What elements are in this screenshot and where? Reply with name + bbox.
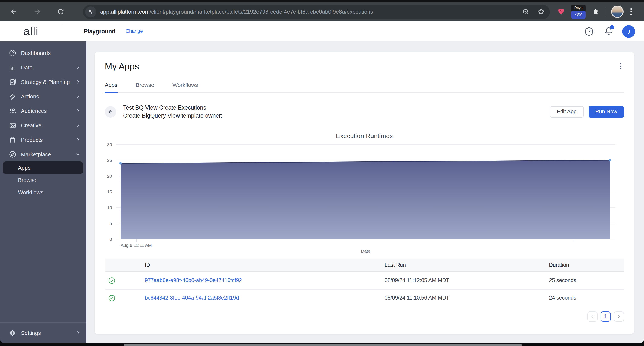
table-row: 977aab6e-e98f-46b0-ab49-0e47416fcf92 08/… bbox=[105, 272, 624, 289]
sidebar-item-products[interactable]: Products bbox=[0, 133, 86, 147]
url-path: /client/playground/marketplace/pallets/2… bbox=[150, 9, 373, 15]
sidebar-item-apps[interactable]: Apps bbox=[2, 162, 84, 174]
sidebar: Dashboards Data Strategy & Planning Acti… bbox=[0, 41, 86, 343]
app-subtitle: Create BigQuery View template owner: bbox=[123, 112, 222, 120]
sidebar-subitem-label: Apps bbox=[18, 164, 30, 171]
url-bar[interactable]: app.alliplatform.com/client/playground/m… bbox=[83, 5, 550, 19]
notification-dot bbox=[610, 25, 614, 30]
sidebar-item-creative[interactable]: Creative bbox=[0, 118, 86, 133]
y-tick-label: 0 bbox=[110, 237, 112, 242]
table-header-row: ID Last Run Duration bbox=[105, 259, 624, 272]
notifications-bell-icon[interactable] bbox=[604, 27, 613, 36]
page-title: My Apps bbox=[105, 61, 139, 72]
header-divider bbox=[62, 25, 62, 38]
executions-table: ID Last Run Duration 977aab6e-e98f-46b0-… bbox=[105, 259, 624, 306]
help-icon[interactable]: ? bbox=[584, 27, 594, 36]
data-point-marker bbox=[119, 162, 122, 165]
days-badge-value: -22 bbox=[571, 11, 586, 19]
gear-icon bbox=[9, 329, 16, 336]
alli-logo[interactable]: alli bbox=[24, 25, 39, 38]
card-menu-icon[interactable] bbox=[618, 61, 624, 71]
days-extension-badge[interactable]: Days -22 bbox=[571, 5, 586, 19]
chevron-right-icon bbox=[76, 79, 80, 84]
sidebar-item-label: Marketplace bbox=[21, 151, 51, 157]
zoom-out-icon[interactable] bbox=[521, 7, 530, 17]
workspace-name: Playground bbox=[84, 28, 116, 34]
area-fill bbox=[120, 160, 610, 239]
sidebar-item-label: Settings bbox=[21, 329, 41, 336]
sidebar-item-actions[interactable]: Actions bbox=[0, 89, 86, 104]
sidebar-item-marketplace[interactable]: Marketplace bbox=[0, 147, 86, 162]
app-detail-row: Test BQ View Create Executions Create Bi… bbox=[105, 104, 624, 120]
chevron-right-icon bbox=[76, 65, 80, 70]
svg-text:?: ? bbox=[588, 29, 590, 34]
x-tick-label: Aug 9 11:11 AM bbox=[120, 243, 152, 248]
status-cell bbox=[105, 277, 145, 284]
tab-apps[interactable]: Apps bbox=[105, 82, 117, 93]
edit-app-button[interactable]: Edit App bbox=[550, 106, 583, 117]
sidebar-item-label: Data bbox=[21, 64, 32, 71]
strawberry-extension-icon[interactable] bbox=[557, 7, 566, 16]
browser-toolbar: app.alliplatform.com/client/playground/m… bbox=[0, 2, 644, 21]
table-row: bc644842-8fee-404a-94af-2a5f8e2ff19d 08/… bbox=[105, 289, 624, 306]
sidebar-item-label: Creative bbox=[21, 122, 42, 129]
y-tick-label: 15 bbox=[107, 189, 112, 194]
run-now-button[interactable]: Run Now bbox=[588, 106, 624, 117]
sidebar-item-dashboards[interactable]: Dashboards bbox=[0, 46, 86, 60]
execution-id-link[interactable]: bc644842-8fee-404a-94af-2a5f8e2ff19d bbox=[145, 295, 384, 301]
image-icon bbox=[9, 122, 16, 129]
browser-profile-avatar[interactable] bbox=[611, 6, 624, 18]
people-icon bbox=[9, 107, 16, 114]
duration-cell: 24 seconds bbox=[549, 295, 624, 301]
sidebar-item-label: Products bbox=[21, 137, 43, 143]
compass-icon bbox=[9, 151, 16, 158]
pagination-next-button[interactable] bbox=[614, 311, 624, 322]
duration-cell: 25 seconds bbox=[549, 278, 624, 283]
x-axis-label: Date bbox=[361, 249, 370, 253]
url-text[interactable]: app.alliplatform.com/client/playground/m… bbox=[100, 9, 515, 15]
browser-chrome: app.alliplatform.com/client/playground/m… bbox=[0, 0, 644, 21]
back-button[interactable] bbox=[105, 106, 116, 117]
execution-runtimes-chart: 051015202530Aug 9 11:11 AMDate bbox=[105, 140, 624, 256]
sidebar-item-audiences[interactable]: Audiences bbox=[0, 104, 86, 118]
app-titles: Test BQ View Create Executions Create Bi… bbox=[123, 104, 222, 120]
toolbar-divider bbox=[606, 7, 606, 17]
sidebar-item-strategy-planning[interactable]: Strategy & Planning bbox=[0, 75, 86, 89]
y-tick-label: 5 bbox=[110, 221, 112, 226]
reload-icon[interactable] bbox=[55, 7, 66, 17]
gauge-icon bbox=[9, 49, 16, 57]
pagination-page-1-button[interactable]: 1 bbox=[600, 311, 611, 322]
browser-menu-icon[interactable] bbox=[629, 7, 634, 17]
table-header-id: ID bbox=[145, 262, 384, 268]
back-icon[interactable] bbox=[8, 7, 19, 17]
sidebar-subitem-label: Browse bbox=[18, 177, 36, 183]
user-avatar[interactable]: J bbox=[622, 25, 635, 38]
last-run-cell: 08/09/24 11:10:56 AM MDT bbox=[384, 295, 549, 301]
execution-id-link[interactable]: 977aab6e-e98f-46b0-ab49-0e47416fcf92 bbox=[145, 278, 384, 283]
success-check-icon bbox=[108, 277, 116, 284]
sidebar-item-label: Strategy & Planning bbox=[21, 79, 70, 85]
sidebar-item-browse[interactable]: Browse bbox=[0, 174, 86, 186]
table-header-duration: Duration bbox=[549, 262, 624, 268]
tab-workflows[interactable]: Workflows bbox=[172, 82, 198, 93]
sidebar-subitem-label: Workflows bbox=[18, 189, 43, 196]
chevron-down-icon bbox=[76, 152, 80, 157]
site-info-icon[interactable] bbox=[85, 6, 96, 17]
app-actions: Edit App Run Now bbox=[550, 106, 624, 117]
sidebar-item-workflows[interactable]: Workflows bbox=[0, 186, 86, 199]
sidebar-item-label: Dashboards bbox=[21, 50, 51, 56]
y-tick-label: 25 bbox=[107, 158, 112, 163]
lightning-icon bbox=[9, 93, 16, 100]
forward-icon[interactable] bbox=[32, 7, 42, 17]
sidebar-item-data[interactable]: Data bbox=[0, 60, 86, 75]
chevron-left-icon bbox=[590, 314, 594, 319]
change-workspace-link[interactable]: Change bbox=[126, 29, 143, 34]
tab-browse[interactable]: Browse bbox=[136, 82, 154, 93]
url-host: app.alliplatform.com bbox=[100, 9, 150, 15]
extensions-puzzle-icon[interactable] bbox=[591, 8, 599, 16]
sidebar-item-settings[interactable]: Settings bbox=[0, 322, 86, 343]
bookmark-star-icon[interactable] bbox=[536, 7, 546, 17]
sidebar-spacer bbox=[0, 199, 86, 322]
pagination-prev-button[interactable] bbox=[587, 311, 598, 322]
screen: app.alliplatform.com/client/playground/m… bbox=[0, 0, 644, 346]
